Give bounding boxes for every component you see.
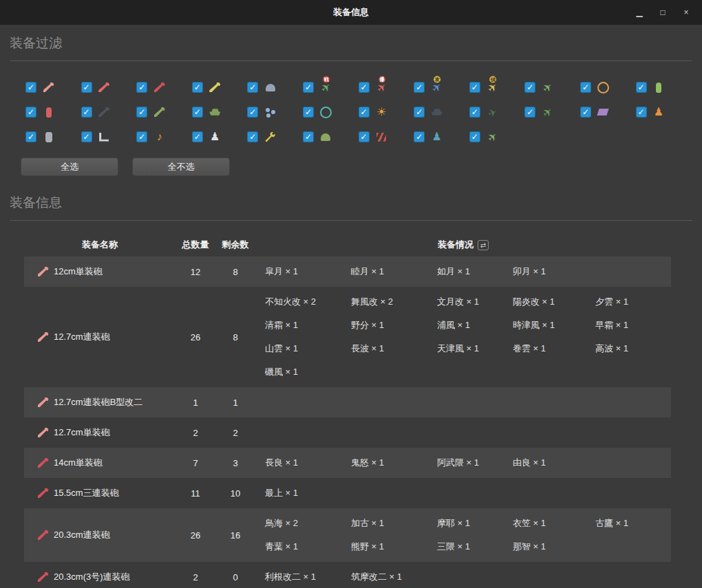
filter-searchlight[interactable]: ✓♟ (636, 107, 692, 118)
checkbox-checked-icon: ✓ (25, 82, 36, 93)
remaining-count: 10 (215, 488, 255, 499)
filter-extra-armor[interactable]: ✓ (580, 107, 636, 118)
filter-depth-charge[interactable]: ✓ (247, 107, 303, 118)
filter-small-caliber-gun[interactable]: ✓ (25, 82, 81, 94)
table-row: 20.3cm(3号)連装砲20利根改二 × 1筑摩改二 × 1 (24, 562, 671, 588)
filter-section-title: 装备过滤 (10, 34, 692, 52)
filter-aa-machine-gun[interactable]: ✓ (81, 107, 137, 118)
column-header-status-label: 装备情况 (438, 239, 474, 251)
equipment-table: 装备名称 总数量 剩余数 装备情况 ⇄ 12cm単装砲128皐月 × 1睦月 ×… (24, 233, 671, 588)
filter-engine-boiler[interactable]: ✓☀ (359, 107, 414, 118)
table-row: 12cm単装砲128皐月 × 1睦月 × 1如月 × 1卯月 × 1 (24, 257, 671, 287)
filter-carrier-bomber[interactable]: ✓✈爆 (359, 82, 414, 94)
surface-ship-personnel-icon (375, 131, 388, 143)
filter-medium-caliber-gun[interactable]: ✓ (81, 82, 137, 94)
engine-boiler-icon: ☀ (375, 107, 388, 118)
ship-list (255, 399, 671, 406)
filter-carrier-attack-plane[interactable]: ✓✈攻 (414, 82, 469, 94)
checkbox-checked-icon: ✓ (359, 107, 370, 118)
filter-carrier-fighter[interactable]: ✓✈戦 (303, 82, 359, 94)
ship-entry: 陽炎改 × 1 (513, 290, 595, 314)
checkbox-checked-icon: ✓ (81, 131, 92, 142)
equipment-name-cell: 12.7cm連装砲B型改二 (24, 396, 176, 409)
gun-icon (37, 530, 49, 541)
plane-type-badge: 攻 (434, 76, 440, 83)
filter-aviation-personnel[interactable]: ✓ (247, 131, 303, 143)
aa-machine-gun-icon (98, 107, 111, 118)
ship-entry: 睦月 × 1 (351, 260, 437, 283)
total-count: 7 (176, 458, 215, 468)
filter-torpedo[interactable]: ✓ (247, 82, 303, 94)
radar-icon (597, 82, 610, 94)
filter-aa-gun[interactable]: ✓ (136, 107, 192, 118)
filter-seaplane[interactable]: ✓✈ (524, 82, 580, 94)
select-all-button[interactable]: 全选 (21, 157, 118, 176)
equipment-info-window: 装备信息 ▁ □ × 装备过滤 ✓✓✓✓✓✓✈戦✓✈爆✓✈攻✓✈偵✓✈✓✓✓✓✓… (0, 0, 702, 588)
filter-secondary-gun[interactable]: ✓ (192, 82, 248, 94)
large-caliber-gun-icon (153, 82, 166, 94)
remaining-count: 16 (215, 530, 255, 541)
filter-radar[interactable]: ✓ (580, 82, 636, 94)
checkbox-checked-icon: ✓ (247, 107, 258, 118)
seaplane-icon: ✈ (539, 78, 556, 96)
column-header-status: 装备情况 ⇄ (255, 239, 671, 251)
carrier-recon-plane-icon: ✈偵 (484, 78, 501, 96)
filter-buttons: 全选 全不选 (21, 157, 692, 176)
close-button[interactable]: × (676, 4, 696, 21)
filter-seaplane-fighter[interactable]: ✓✈ (469, 131, 525, 143)
ship-entry: 阿武隈 × 1 (437, 451, 513, 475)
filter-surface-ship-personnel[interactable]: ✓ (359, 131, 414, 143)
checkbox-checked-icon: ✓ (414, 82, 425, 93)
minimize-button[interactable]: ▁ (629, 4, 650, 21)
filter-autogyro[interactable]: ✓✈ (469, 107, 525, 118)
checkbox-checked-icon: ✓ (636, 82, 647, 93)
remaining-count: 2 (215, 428, 255, 438)
ship-list: 長良 × 1鬼怒 × 1阿武隈 × 1由良 × 1 (255, 448, 671, 478)
equipment-name-cell: 12.7cm連装砲 (24, 331, 176, 343)
total-count: 1 (176, 398, 215, 408)
equipment-table-header: 装备名称 总数量 剩余数 装备情况 ⇄ (24, 233, 671, 257)
filter-carrier-recon-plane[interactable]: ✓✈偵 (469, 82, 525, 94)
filter-grid: ✓✓✓✓✓✓✈戦✓✈爆✓✈攻✓✈偵✓✈✓✓✓✓✓✓✓✓✓☀✓✓✈✓✈✓✓♟✓✓✓… (25, 75, 692, 149)
autogyro-icon: ✈ (484, 105, 500, 120)
gun-icon (37, 571, 49, 583)
medium-caliber-gun-icon (98, 82, 111, 94)
select-none-button[interactable]: 全不选 (132, 157, 230, 176)
ship-entry: 早霜 × 1 (595, 314, 671, 337)
ship-entry: 文月改 × 1 (437, 290, 513, 314)
checkbox-checked-icon: ✓ (136, 131, 147, 142)
gun-icon (37, 331, 49, 343)
filter-aa-shell[interactable]: ✓ (636, 82, 692, 94)
equipment-section-title: 装备信息 (10, 194, 692, 212)
plane-type-badge: 偵 (489, 76, 496, 83)
ship-entry: 磯風 × 1 (265, 360, 351, 384)
filter-aa-fire-director[interactable]: ✓ (303, 131, 359, 143)
filter-drum-canister[interactable]: ✓ (25, 131, 81, 143)
gun-icon (37, 397, 49, 409)
filter-submarine-equipment[interactable]: ✓♟ (414, 131, 469, 143)
column-header-total: 总数量 (176, 239, 215, 251)
filter-sonar[interactable]: ✓ (303, 107, 359, 118)
refresh-icon[interactable]: ⇄ (478, 240, 489, 250)
filter-asw-patrol-plane[interactable]: ✓✈ (524, 107, 580, 118)
filter-landing-ship[interactable]: ✓ (414, 107, 469, 118)
equipment-section-divider (10, 220, 692, 221)
total-count: 26 (176, 530, 215, 541)
table-row: 12.7cm連装砲B型改二11 (24, 387, 671, 417)
maximize-button[interactable]: □ (652, 4, 673, 21)
remaining-count: 0 (215, 572, 255, 582)
ship-entry: 巻雲 × 1 (513, 337, 595, 360)
filter-ap-shell[interactable]: ✓ (25, 107, 81, 118)
filter-large-caliber-gun[interactable]: ✓ (136, 82, 192, 94)
filter-command-facility[interactable]: ✓♟ (192, 131, 248, 143)
checkbox-checked-icon: ✓ (192, 107, 203, 118)
ship-entry: 高波 × 1 (595, 337, 671, 360)
filter-row: ✓✓✓♪✓♟✓✓✓✓♟✓✈ (25, 124, 692, 149)
filter-repair-facility[interactable]: ✓ (81, 131, 137, 143)
table-row: 12.7cm連装砲268不知火改 × 2舞風改 × 2文月改 × 1陽炎改 × … (24, 287, 671, 387)
ship-entry: 鬼怒 × 1 (351, 451, 437, 475)
filter-landing-craft[interactable]: ✓ (192, 107, 248, 118)
ship-entry: 利根改二 × 1 (265, 565, 351, 588)
filter-flare[interactable]: ✓♪ (136, 131, 192, 143)
titlebar[interactable]: 装备信息 ▁ □ × (0, 0, 702, 25)
